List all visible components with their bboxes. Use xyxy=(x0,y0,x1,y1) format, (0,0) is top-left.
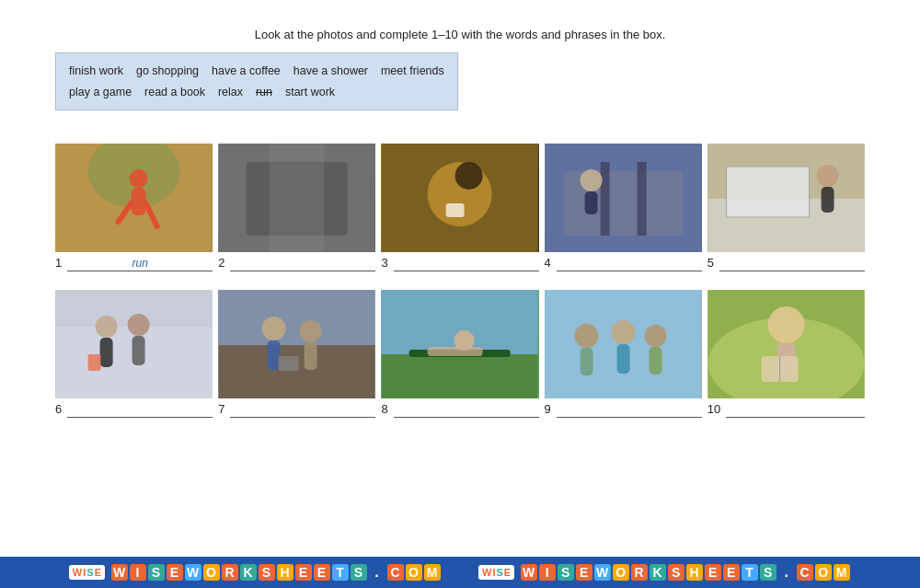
logo-s2: S xyxy=(496,567,502,578)
photo-1-number: 1 xyxy=(55,256,62,270)
fr-e3: E xyxy=(723,564,740,581)
fr-dot: . xyxy=(778,564,795,581)
photo-item-3: 3 xyxy=(381,144,538,271)
photo-3-number: 3 xyxy=(381,256,387,270)
svg-point-48 xyxy=(644,325,666,347)
photo-5 xyxy=(707,144,865,252)
photo-item-5: 5 xyxy=(707,144,865,271)
fr-s2: S xyxy=(760,564,776,581)
photo-row-2: 6 xyxy=(55,290,865,421)
svg-rect-42 xyxy=(428,347,483,356)
svg-rect-49 xyxy=(649,347,661,375)
photo-10-answer[interactable] xyxy=(726,403,865,418)
photo-item-4: 4 xyxy=(545,144,702,271)
word-finish-work: finish work xyxy=(69,64,123,77)
photo-7 xyxy=(218,290,375,398)
word-have-a-shower: have a shower xyxy=(293,64,368,77)
svg-rect-12 xyxy=(446,203,465,217)
word-run: run xyxy=(256,86,272,98)
logo-e2: E xyxy=(504,567,511,578)
photo-item-8: 8 xyxy=(381,290,538,418)
fl-e3: E xyxy=(314,564,330,581)
photo-item-1: 1 run xyxy=(55,144,213,271)
fr-i: I xyxy=(539,564,556,581)
instruction-text: Look at the photos and complete 1–10 wit… xyxy=(55,28,865,41)
word-relax: relax xyxy=(218,86,243,98)
photo-9-answer[interactable] xyxy=(557,403,702,418)
logo-i2: I xyxy=(492,567,495,578)
fr-e2: E xyxy=(705,564,721,581)
logo-w: W xyxy=(73,567,82,578)
photo-2-answer[interactable] xyxy=(230,257,375,271)
svg-point-21 xyxy=(816,165,838,187)
svg-point-35 xyxy=(300,320,322,342)
photo-item-7: 7 xyxy=(218,290,375,418)
photo-1-label-row: 1 run xyxy=(55,256,213,271)
photo-8-number: 8 xyxy=(381,402,387,416)
photo-7-answer[interactable] xyxy=(230,403,375,418)
svg-rect-39 xyxy=(382,354,538,398)
photo-3-answer[interactable] xyxy=(394,257,539,271)
word-meet-friends: meet friends xyxy=(381,64,444,77)
photo-7-label-row: 7 xyxy=(218,402,375,418)
photo-3 xyxy=(381,144,538,252)
word-box-line1: finish work go shopping have a coffee ha… xyxy=(69,64,444,77)
photo-10 xyxy=(707,290,865,398)
svg-rect-16 xyxy=(637,162,646,236)
word-go-shopping: go shopping xyxy=(136,64,199,77)
word-read-a-book: read a book xyxy=(144,86,205,98)
fl-s2: S xyxy=(351,564,367,581)
fl-o2: O xyxy=(406,564,422,581)
fl-k: K xyxy=(240,564,257,581)
fl-o: O xyxy=(203,564,220,581)
fl-wh: W xyxy=(185,564,201,581)
fr-e: E xyxy=(576,564,592,581)
photo-4-answer[interactable] xyxy=(557,257,702,271)
photo-6-answer[interactable] xyxy=(67,403,213,418)
svg-rect-34 xyxy=(268,340,281,370)
svg-point-52 xyxy=(767,306,804,343)
fr-m: M xyxy=(834,564,850,581)
footer-left-text: W I S E W O R K S H E E T S . C O M xyxy=(110,564,442,581)
svg-rect-30 xyxy=(88,354,101,371)
fr-c: C xyxy=(797,564,813,581)
svg-point-11 xyxy=(455,162,483,190)
photo-10-label-row: 10 xyxy=(707,402,865,418)
photo-6 xyxy=(55,290,213,398)
photo-2-label-row: 2 xyxy=(218,256,375,271)
svg-point-33 xyxy=(262,317,286,340)
photo-8 xyxy=(381,290,538,398)
svg-rect-18 xyxy=(584,191,597,214)
svg-rect-22 xyxy=(821,187,834,213)
svg-point-44 xyxy=(574,324,598,348)
photo-item-6: 6 xyxy=(55,290,213,418)
photos-row-bottom: 6 xyxy=(55,290,865,418)
footer-right-text: W I S E W O R K S H E E T S . C O M xyxy=(520,564,851,581)
word-box-container: finish work go shopping have a coffee ha… xyxy=(55,52,865,127)
photo-9-number: 9 xyxy=(545,402,551,416)
photo-7-number: 7 xyxy=(218,402,224,416)
photo-1-answer[interactable]: run xyxy=(67,257,213,271)
fl-t: T xyxy=(332,564,349,581)
svg-rect-27 xyxy=(100,338,113,367)
fl-w: W xyxy=(111,564,128,581)
photo-sections: 1 run 2 xyxy=(55,144,865,421)
svg-rect-37 xyxy=(279,356,299,371)
photo-5-answer[interactable] xyxy=(719,257,865,271)
svg-rect-47 xyxy=(616,344,629,374)
fl-m: M xyxy=(424,564,441,581)
svg-rect-15 xyxy=(600,162,609,236)
fl-dot: . xyxy=(369,564,385,581)
fl-r: R xyxy=(222,564,238,581)
fr-h: H xyxy=(686,564,703,581)
svg-rect-3 xyxy=(132,188,146,215)
photos-row-top: 1 run 2 xyxy=(55,144,865,271)
fr-wh: W xyxy=(594,564,611,581)
main-content: Look at the photos and complete 1–10 wit… xyxy=(0,0,920,431)
photo-8-answer[interactable] xyxy=(394,403,539,418)
fr-sc: S xyxy=(668,564,684,581)
photo-9-label-row: 9 xyxy=(545,402,702,418)
fl-c: C xyxy=(387,564,404,581)
fr-t: T xyxy=(742,564,758,581)
fr-o2: O xyxy=(815,564,832,581)
